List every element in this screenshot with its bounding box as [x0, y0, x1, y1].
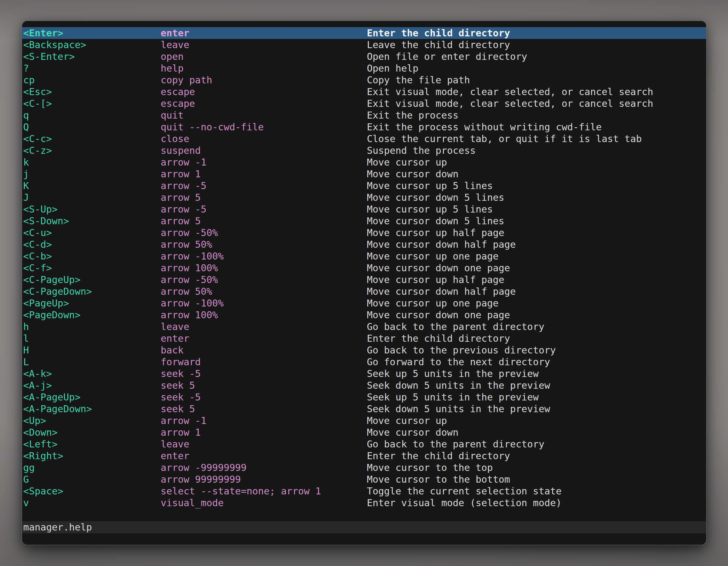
description-cell: Go back to the parent directory: [367, 438, 706, 450]
command-cell: arrow 5: [161, 192, 367, 203]
description-cell: Go back to the previous directory: [367, 344, 706, 356]
keybinding-row[interactable]: <Enter> enter Enter the child directory: [22, 27, 706, 39]
key-cell: <S-Up>: [23, 203, 161, 215]
keybinding-row[interactable]: l enter Enter the child directory: [22, 332, 706, 344]
command-cell: leave: [161, 321, 367, 332]
key-cell: j: [23, 168, 161, 180]
command-cell: arrow 5: [161, 215, 367, 227]
description-cell: Seek down 5 units in the preview: [367, 403, 706, 415]
keybinding-row[interactable]: <Up> arrow -1 Move cursor up: [22, 415, 706, 426]
keybinding-row[interactable]: <PageDown> arrow 100% Move cursor down o…: [22, 309, 706, 321]
key-cell: <C-PageDown>: [23, 285, 161, 297]
description-cell: Open help: [367, 62, 706, 74]
keybinding-row[interactable]: <Down> arrow 1 Move cursor down: [22, 426, 706, 438]
keybinding-row[interactable]: J arrow 5 Move cursor down 5 lines: [22, 192, 706, 203]
keybinding-row[interactable]: Q quit --no-cwd-file Exit the process wi…: [22, 121, 706, 133]
description-cell: Move cursor up 5 lines: [367, 203, 706, 215]
key-cell: <C-f>: [23, 262, 161, 274]
description-cell: Suspend the process: [367, 145, 706, 156]
keybinding-row[interactable]: <A-PageDown> seek 5 Seek down 5 units in…: [22, 403, 706, 415]
command-cell: forward: [161, 356, 367, 368]
key-cell: L: [23, 356, 161, 368]
key-cell: <Right>: [23, 450, 161, 462]
key-cell: <C-[>: [23, 98, 161, 109]
description-cell: Exit visual mode, clear selected, or can…: [367, 98, 706, 109]
command-cell: arrow -50%: [161, 274, 367, 285]
keybinding-row[interactable]: <S-Down> arrow 5 Move cursor down 5 line…: [22, 215, 706, 227]
keybinding-row[interactable]: L forward Go forward to the next directo…: [22, 356, 706, 368]
command-cell: arrow 50%: [161, 285, 367, 297]
keybinding-row[interactable]: <S-Enter> open Open file or enter direct…: [22, 51, 706, 62]
keybinding-row[interactable]: <Space> select --state=none; arrow 1 Tog…: [22, 485, 706, 497]
description-cell: Move cursor up 5 lines: [367, 180, 706, 192]
keybinding-row[interactable]: <C-z> suspend Suspend the process: [22, 145, 706, 156]
key-cell: <C-z>: [23, 145, 161, 156]
keybinding-row[interactable]: <C-PageDown> arrow 50% Move cursor down …: [22, 285, 706, 297]
keybinding-row[interactable]: <A-k> seek -5 Seek up 5 units in the pre…: [22, 368, 706, 379]
command-cell: arrow 50%: [161, 239, 367, 250]
keybinding-row[interactable]: <C-f> arrow 100% Move cursor down one pa…: [22, 262, 706, 274]
status-bar: manager.help: [22, 521, 706, 533]
key-cell: <Down>: [23, 426, 161, 438]
description-cell: Copy the file path: [367, 74, 706, 86]
description-cell: Move cursor down: [367, 168, 706, 180]
command-cell: seek 5: [161, 403, 367, 415]
key-cell: <Backspace>: [23, 39, 161, 51]
keybinding-row[interactable]: q quit Exit the process: [22, 109, 706, 121]
command-cell: quit --no-cwd-file: [161, 121, 367, 133]
key-cell: <C-d>: [23, 239, 161, 250]
description-cell: Move cursor up half page: [367, 274, 706, 285]
key-cell: H: [23, 344, 161, 356]
key-cell: cp: [23, 74, 161, 86]
keybinding-row[interactable]: <Backspace> leave Leave the child direct…: [22, 39, 706, 51]
keybinding-row[interactable]: v visual_mode Enter visual mode (selecti…: [22, 497, 706, 509]
keybinding-row[interactable]: G arrow 99999999 Move cursor to the bott…: [22, 473, 706, 485]
keybinding-row[interactable]: <C-[> escape Exit visual mode, clear sel…: [22, 98, 706, 109]
keybinding-row[interactable]: H back Go back to the previous directory: [22, 344, 706, 356]
key-cell: K: [23, 180, 161, 192]
key-cell: <Esc>: [23, 86, 161, 98]
keybinding-row[interactable]: cp copy path Copy the file path: [22, 74, 706, 86]
keybinding-row[interactable]: <C-d> arrow 50% Move cursor down half pa…: [22, 239, 706, 250]
keybinding-row[interactable]: ? help Open help: [22, 62, 706, 74]
command-cell: arrow 1: [161, 426, 367, 438]
keybinding-list: <Enter> enter Enter the child directory …: [22, 27, 706, 509]
key-cell: <C-c>: [23, 133, 161, 145]
keybinding-row[interactable]: <C-PageUp> arrow -50% Move cursor up hal…: [22, 274, 706, 285]
keybinding-row[interactable]: <C-u> arrow -50% Move cursor up half pag…: [22, 227, 706, 239]
keybinding-row[interactable]: k arrow -1 Move cursor up: [22, 156, 706, 168]
keybinding-row[interactable]: gg arrow -99999999 Move cursor to the to…: [22, 462, 706, 473]
key-cell: <C-PageUp>: [23, 274, 161, 285]
key-cell: <A-PageDown>: [23, 403, 161, 415]
key-cell: q: [23, 109, 161, 121]
keybinding-row[interactable]: <Right> enter Enter the child directory: [22, 450, 706, 462]
keybinding-row[interactable]: <C-c> close Close the current tab, or qu…: [22, 133, 706, 145]
keybinding-row[interactable]: K arrow -5 Move cursor up 5 lines: [22, 180, 706, 192]
description-cell: Move cursor to the bottom: [367, 473, 706, 485]
keybinding-row[interactable]: j arrow 1 Move cursor down: [22, 168, 706, 180]
description-cell: Move cursor down 5 lines: [367, 192, 706, 203]
description-cell: Move cursor up: [367, 415, 706, 426]
description-cell: Move cursor down half page: [367, 285, 706, 297]
keybinding-row[interactable]: <Esc> escape Exit visual mode, clear sel…: [22, 86, 706, 98]
key-cell: <S-Enter>: [23, 51, 161, 62]
keybinding-row[interactable]: h leave Go back to the parent directory: [22, 321, 706, 332]
description-cell: Enter the child directory: [367, 332, 706, 344]
keybinding-row[interactable]: <S-Up> arrow -5 Move cursor up 5 lines: [22, 203, 706, 215]
command-cell: arrow -5: [161, 180, 367, 192]
description-cell: Enter visual mode (selection mode): [367, 497, 706, 509]
terminal-window: <Enter> enter Enter the child directory …: [22, 21, 706, 545]
keybinding-row[interactable]: <A-j> seek 5 Seek down 5 units in the pr…: [22, 379, 706, 391]
description-cell: Move cursor down one page: [367, 262, 706, 274]
command-cell: select --state=none; arrow 1: [161, 485, 367, 497]
command-cell: copy path: [161, 74, 367, 86]
command-cell: arrow -50%: [161, 227, 367, 239]
keybinding-row[interactable]: <Left> leave Go back to the parent direc…: [22, 438, 706, 450]
description-cell: Close the current tab, or quit if it is …: [367, 133, 706, 145]
keybinding-row[interactable]: <A-PageUp> seek -5 Seek up 5 units in th…: [22, 391, 706, 403]
description-cell: Move cursor down half page: [367, 239, 706, 250]
keybinding-row[interactable]: <PageUp> arrow -100% Move cursor up one …: [22, 297, 706, 309]
key-cell: <A-PageUp>: [23, 391, 161, 403]
description-cell: Toggle the current selection state: [367, 485, 706, 497]
keybinding-row[interactable]: <C-b> arrow -100% Move cursor up one pag…: [22, 250, 706, 262]
